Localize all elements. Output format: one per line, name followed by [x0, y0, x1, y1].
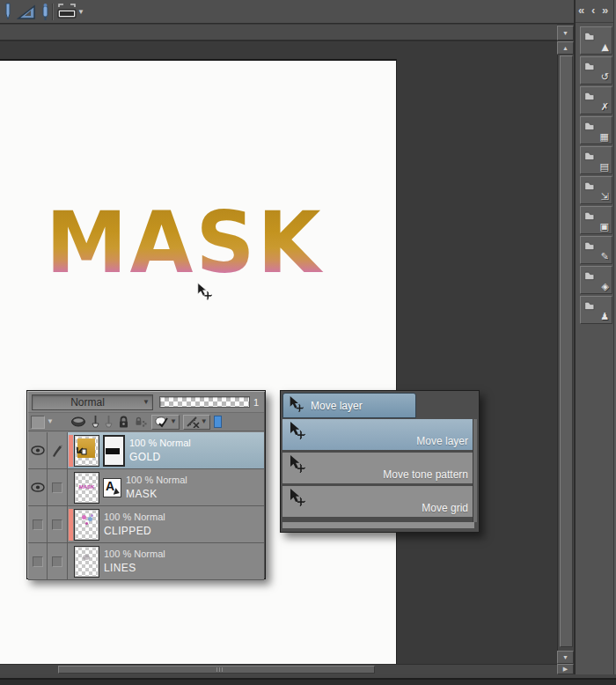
pin-icon[interactable]: [92, 416, 99, 429]
layer-thumbnail[interactable]: [74, 435, 99, 467]
thumb-text: MASK: [75, 484, 99, 490]
empty-checkbox[interactable]: [52, 556, 62, 567]
thumb-faint-mark: [83, 555, 90, 560]
subtool-scrollbar[interactable]: [473, 419, 477, 522]
thumb-scribbles: [82, 515, 86, 519]
visibility-cell[interactable]: [28, 506, 48, 542]
blend-mode-value: Normal: [33, 396, 143, 409]
sidebar-tool-image[interactable]: ▲: [580, 26, 612, 55]
text-layer-badge: A: [103, 478, 121, 497]
layer-list: 100 % Normal GOLD MASK A 100 % Norm: [28, 432, 264, 578]
blend-mode-dropdown[interactable]: Normal ▼: [32, 394, 153, 410]
paper-color-swatch[interactable]: [31, 416, 45, 429]
vscroll-down-button[interactable]: ▼: [557, 651, 574, 664]
back-icon[interactable]: ‹: [591, 4, 595, 17]
move-cursor-icon: [583, 120, 595, 136]
empty-checkbox[interactable]: [33, 519, 43, 530]
sidebar-tool-delete[interactable]: ✗: [580, 86, 612, 114]
chevron-down-icon: ▼: [201, 418, 208, 425]
sidebar-tool-figure[interactable]: ♟: [580, 296, 612, 324]
layer-thumbnail[interactable]: [74, 509, 99, 541]
move-cursor-icon: [583, 30, 595, 46]
layer-badge-icon: [77, 443, 87, 459]
horizontal-scrollbar[interactable]: [0, 664, 557, 674]
subtool-item-move-grid[interactable]: Move grid: [282, 486, 474, 519]
layer-thumbnail[interactable]: MASK: [74, 472, 99, 504]
eye-icon: [31, 482, 45, 492]
eye-icon: [31, 446, 45, 455]
panel-menu-button[interactable]: ▼: [557, 26, 574, 41]
layer-mask-thumbnail[interactable]: [103, 435, 125, 467]
hscroll-right-button[interactable]: ▶: [557, 664, 574, 674]
subtool-sidebar: « ‹ » ▲ ↺ ✗ ▦ ▤ ⇲ ▣ ✎ ◈ ♟: [574, 0, 616, 674]
sidebar-tool-tone[interactable]: ▦: [580, 116, 612, 144]
layer-name: LINES: [104, 562, 165, 574]
combine-mode-icon[interactable]: [70, 416, 86, 427]
layer-opacity-text: 100 % Normal: [126, 475, 187, 485]
airbrush-tool-icon[interactable]: [39, 3, 52, 25]
empty-checkbox[interactable]: [52, 519, 62, 530]
layer-opacity-text: 100 % Normal: [104, 512, 165, 522]
collapse-all-icon[interactable]: «: [578, 4, 584, 17]
subtool-item-label: Move layer: [416, 435, 468, 447]
empty-checkbox[interactable]: [33, 556, 43, 567]
sidebar-tool-transform[interactable]: ↺: [580, 56, 612, 85]
sidebar-tool-frame-image[interactable]: ▣: [580, 206, 612, 234]
empty-checkbox[interactable]: [52, 482, 62, 493]
subtool-item-move-tone-pattern[interactable]: Move tone pattern: [282, 453, 474, 486]
pen-tool-icon[interactable]: [2, 3, 14, 25]
pin-disabled-icon[interactable]: [105, 416, 113, 429]
chevron-down-icon: ▼: [170, 418, 177, 425]
subtool-item-move-layer[interactable]: Move layer: [282, 419, 474, 453]
lock-transparent-pixels-icon[interactable]: [135, 416, 147, 428]
edit-target-cell[interactable]: [48, 506, 68, 542]
brush-icon: [51, 444, 63, 458]
vscroll-thumb[interactable]: [560, 55, 573, 647]
hscroll-thumb[interactable]: [58, 666, 375, 674]
selection-launcher-button[interactable]: ▼: [56, 3, 84, 21]
canvas-artwork-text: MASK: [46, 193, 324, 295]
move-cursor-icon: [288, 455, 305, 476]
layers-panel: Normal ▼ 1 ▼ ▼ ▼: [26, 390, 266, 579]
edit-target-cell[interactable]: [48, 543, 68, 579]
layer-row-gold[interactable]: 100 % Normal GOLD: [28, 432, 264, 469]
ruler-off-button[interactable]: ▼: [183, 415, 210, 430]
subtool-item-label: Move tone pattern: [383, 468, 468, 481]
vertical-scrollbar[interactable]: [557, 55, 574, 651]
subtool-tab-move-layer[interactable]: Move layer: [282, 393, 416, 418]
layer-name: MASK: [126, 488, 187, 500]
vscroll-up-button[interactable]: ▲: [557, 41, 574, 55]
subtool-item-label: Move grid: [422, 502, 468, 514]
edit-target-cell[interactable]: [48, 469, 68, 505]
layer-color-bar: [69, 435, 73, 467]
marquee-dropdown-arrow[interactable]: ▼: [77, 9, 84, 16]
visibility-cell[interactable]: [28, 432, 48, 468]
reference-layer-button[interactable]: ▼: [151, 415, 180, 430]
lock-icon[interactable]: [118, 416, 129, 429]
edit-target-cell[interactable]: [48, 432, 68, 468]
subtool-tab-label: Move layer: [311, 400, 363, 412]
visibility-cell[interactable]: [28, 469, 48, 505]
layer-row-mask[interactable]: MASK A 100 % Normal MASK: [28, 469, 264, 506]
move-cursor-icon: [583, 239, 595, 255]
clipped-panel-icon[interactable]: [214, 416, 222, 428]
sidebar-tool-layer-panel[interactable]: ▤: [580, 146, 612, 174]
layer-row-clipped[interactable]: 100 % Normal CLIPPED: [28, 506, 264, 543]
visibility-cell[interactable]: [28, 543, 48, 579]
expand-all-icon[interactable]: »: [602, 4, 608, 17]
layers-toolbar: ▼ ▼ ▼: [28, 412, 264, 431]
layer-thumbnail[interactable]: [74, 546, 99, 578]
layer-row-lines[interactable]: 100 % Normal LINES: [28, 543, 264, 580]
sidebar-tool-edit[interactable]: ✎: [580, 236, 612, 264]
mask-content: [106, 448, 120, 454]
subtool-list: Move layer Move tone pattern Move grid: [282, 419, 474, 528]
move-cursor-icon: [583, 150, 595, 166]
chevron-down-icon[interactable]: ▼: [47, 418, 54, 425]
sidebar-tool-collapse[interactable]: ⇲: [580, 176, 612, 204]
ruler-tool-icon[interactable]: [17, 3, 36, 25]
subtool-popup: Move layer Move layer Move tone pattern …: [280, 390, 480, 533]
layer-color-bar: [69, 509, 73, 541]
sidebar-tool-3d[interactable]: ◈: [580, 266, 612, 294]
subtool-list-filler: [282, 522, 474, 528]
opacity-slider[interactable]: [159, 396, 250, 408]
